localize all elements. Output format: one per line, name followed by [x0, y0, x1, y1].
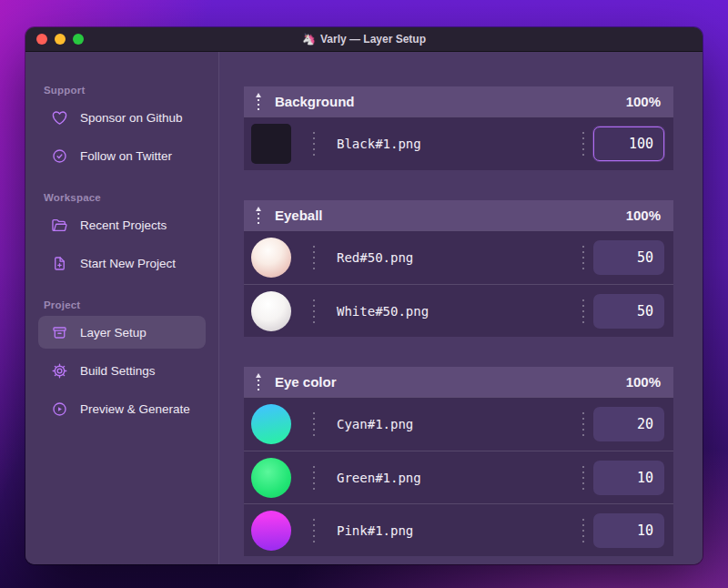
sidebar-item-label: Start New Project [80, 257, 176, 270]
sidebar-item-follow-twitter[interactable]: Follow on Twitter [38, 139, 206, 172]
layer-row[interactable]: White#50.png [244, 284, 673, 337]
drag-handle-icon[interactable] [253, 93, 264, 111]
divider-dots-icon [582, 466, 584, 490]
layer-thumbnail [251, 458, 291, 498]
group-weight: 100% [626, 208, 661, 223]
heart-icon [51, 109, 68, 127]
group-weight: 100% [626, 374, 661, 390]
layer-row[interactable]: Red#50.png [244, 231, 673, 284]
divider-dots-icon [582, 519, 584, 542]
layer-weight-input[interactable] [593, 461, 664, 495]
divider-dots-icon [582, 412, 584, 436]
layer-weight-input[interactable] [593, 294, 664, 329]
sidebar-section-project: Project Layer Setup Build Settings [38, 299, 206, 425]
layer-row[interactable]: Green#1.png [244, 451, 673, 503]
divider-dots-icon [582, 246, 584, 269]
layer-setup-panel: Background 100% Black#1.png [218, 52, 703, 564]
sidebar-item-label: Follow on Twitter [80, 149, 172, 163]
layer-group-eyeball: Eyeball 100% Red#50.png [244, 200, 673, 337]
badge-check-icon [51, 147, 68, 165]
section-label-support: Support [44, 85, 206, 96]
group-name: Eyeball [275, 208, 323, 223]
layer-row[interactable]: Pink#1.png [244, 503, 673, 556]
divider-dots-icon [313, 132, 315, 156]
layer-row[interactable]: Cyan#1.png [244, 398, 673, 451]
sidebar-item-sponsor-github[interactable]: Sponsor on Github [38, 101, 206, 134]
divider-dots-icon [582, 299, 584, 323]
section-label-project: Project [44, 299, 206, 310]
sidebar-item-label: Recent Projects [80, 218, 167, 232]
group-header[interactable]: Eye color 100% [244, 367, 673, 397]
sidebar-item-recent-projects[interactable]: Recent Projects [38, 208, 206, 241]
layer-filename: Red#50.png [337, 250, 413, 265]
divider-dots-icon [313, 466, 315, 490]
sidebar-item-preview-generate[interactable]: Preview & Generate [38, 392, 206, 425]
sidebar-item-label: Preview & Generate [80, 402, 190, 416]
sidebar-section-workspace: Workspace Recent Projects Start New Proj… [38, 192, 206, 279]
divider-dots-icon [313, 519, 315, 542]
file-plus-icon [51, 255, 68, 272]
layer-weight-input[interactable] [593, 127, 664, 161]
divider-dots-icon [313, 246, 315, 269]
sidebar-item-build-settings[interactable]: Build Settings [38, 354, 206, 387]
layer-filename: White#50.png [337, 304, 429, 319]
layer-weight-input[interactable] [593, 407, 664, 441]
layer-thumbnail [251, 124, 291, 164]
window-titlebar[interactable]: 🦄 Varly — Layer Setup [25, 27, 703, 52]
layer-thumbnail [251, 404, 291, 444]
layer-filename: Black#1.png [337, 137, 421, 151]
app-window: 🦄 Varly — Layer Setup Support Sponsor on… [25, 27, 703, 564]
layer-filename: Cyan#1.png [337, 417, 413, 431]
layer-weight-input[interactable] [593, 240, 664, 275]
layer-thumbnail [251, 291, 291, 331]
sidebar-item-label: Layer Setup [80, 326, 147, 340]
sidebar-item-start-new-project[interactable]: Start New Project [38, 247, 206, 279]
traffic-lights [36, 27, 84, 51]
sidebar-item-label: Build Settings [80, 364, 156, 378]
minimize-button[interactable] [55, 34, 66, 45]
sidebar: Support Sponsor on Github Follow on Twit… [25, 52, 218, 564]
layer-filename: Pink#1.png [337, 523, 413, 538]
window-title: 🦄 Varly — Layer Setup [302, 33, 426, 46]
layer-group-eye-color: Eye color 100% Cyan#1.png [244, 367, 673, 556]
group-name: Background [275, 94, 355, 109]
group-name: Eye color [275, 374, 337, 390]
close-button[interactable] [36, 34, 47, 45]
group-header[interactable]: Eyeball 100% [244, 200, 673, 230]
layer-filename: Green#1.png [337, 471, 421, 485]
layer-weight-input[interactable] [593, 513, 664, 548]
group-header[interactable]: Background 100% [244, 86, 673, 117]
unicorn-app-icon: 🦄 [302, 34, 316, 45]
group-rows: Cyan#1.png Green#1.png [244, 397, 673, 556]
layer-row[interactable]: Black#1.png [244, 117, 673, 170]
gear-icon [51, 362, 68, 380]
divider-dots-icon [313, 299, 315, 323]
archive-box-icon [51, 324, 68, 341]
group-rows: Black#1.png [244, 117, 673, 170]
layer-thumbnail [251, 511, 291, 551]
group-weight: 100% [626, 94, 661, 109]
zoom-button[interactable] [73, 34, 84, 45]
folder-icon [51, 217, 68, 234]
sidebar-item-layer-setup[interactable]: Layer Setup [38, 316, 206, 349]
section-label-workspace: Workspace [44, 192, 206, 203]
divider-dots-icon [582, 132, 584, 156]
layer-thumbnail [251, 238, 291, 278]
play-circle-icon [51, 400, 68, 418]
sidebar-item-label: Sponsor on Github [80, 111, 183, 125]
layer-group-background: Background 100% Black#1.png [244, 86, 673, 170]
sidebar-section-support: Support Sponsor on Github Follow on Twit… [38, 85, 206, 172]
window-title-text: Varly — Layer Setup [320, 33, 426, 46]
drag-handle-icon[interactable] [253, 207, 264, 225]
drag-handle-icon[interactable] [253, 373, 264, 391]
group-rows: Red#50.png White#50.png [244, 230, 673, 337]
divider-dots-icon [313, 412, 315, 436]
window-body: Support Sponsor on Github Follow on Twit… [25, 52, 703, 564]
